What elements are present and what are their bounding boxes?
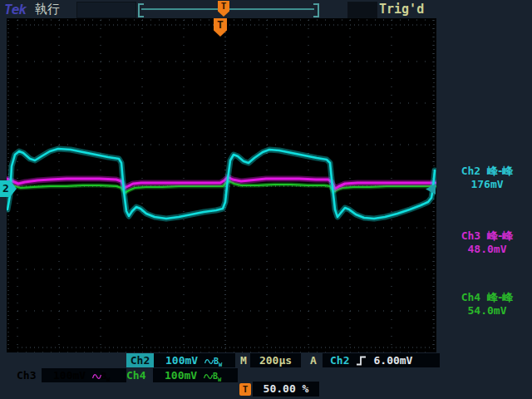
measurement-value: 54.0mV bbox=[443, 304, 531, 318]
trigger-level: 6.00mV bbox=[373, 353, 412, 367]
ch3-scale-readout: 100mV BW bbox=[42, 368, 126, 382]
trigger-readout: Ch2 6.00mV bbox=[323, 353, 440, 367]
bandwidth-limit-icon: BW bbox=[214, 357, 222, 366]
ch4-channel-tag: Ch4 bbox=[126, 368, 145, 382]
ch2-scale-readout: 100mV BW bbox=[154, 353, 235, 367]
measurement-ch3-pkpk: Ch3 峰-峰 48.0mV bbox=[443, 229, 531, 256]
measurement-label: Ch3 峰-峰 bbox=[443, 229, 531, 243]
waveform-display bbox=[7, 18, 436, 352]
measurement-label: Ch2 峰-峰 bbox=[443, 165, 531, 178]
timebase-label: M bbox=[240, 353, 247, 367]
timebase-readout: 200µs bbox=[250, 353, 301, 367]
measurement-value: 176mV bbox=[443, 178, 531, 191]
trigger-prefix: A bbox=[310, 353, 317, 367]
bandwidth-limit-icon: BW bbox=[213, 372, 221, 381]
tek-logo: Tek bbox=[4, 2, 26, 17]
ac-coupling-icon bbox=[92, 372, 101, 381]
ac-coupling-icon bbox=[204, 357, 214, 366]
ch4-scale-readout: 100mV BW bbox=[153, 368, 238, 382]
measurement-value: 48.0mV bbox=[443, 243, 531, 256]
trigger-source: Ch2 bbox=[330, 353, 349, 367]
ch3-channel-tag: Ch3 bbox=[17, 368, 36, 382]
record-view-trigger-marker-icon: T bbox=[218, 1, 229, 17]
measurement-ch2-pkpk: Ch2 峰-峰 176mV bbox=[443, 165, 531, 191]
ch2-channel-tag: Ch2 bbox=[126, 353, 154, 367]
bandwidth-limit-icon: BW bbox=[101, 372, 110, 381]
trigger-status: Trig'd bbox=[379, 2, 424, 17]
header-readout-box bbox=[76, 2, 136, 18]
ac-coupling-icon bbox=[204, 372, 213, 381]
record-view-left-bracket bbox=[138, 3, 144, 17]
horizontal-position-marker-icon: T bbox=[239, 383, 251, 396]
measurement-label: Ch4 峰-峰 bbox=[443, 291, 531, 304]
horizontal-position-readout: 50.00 % bbox=[253, 382, 319, 397]
measurement-ch4-pkpk: Ch4 峰-峰 54.0mV bbox=[443, 291, 531, 318]
record-view-right-bracket bbox=[313, 3, 319, 17]
acquisition-status: 執行 bbox=[35, 2, 60, 17]
oscilloscope-screen: Tek 執行 T Trig'd T 2 Ch2 峰-峰 176mV Ch3 峰-… bbox=[0, 0, 532, 399]
rising-edge-icon bbox=[356, 356, 367, 366]
header-readout-box-2 bbox=[347, 2, 377, 18]
